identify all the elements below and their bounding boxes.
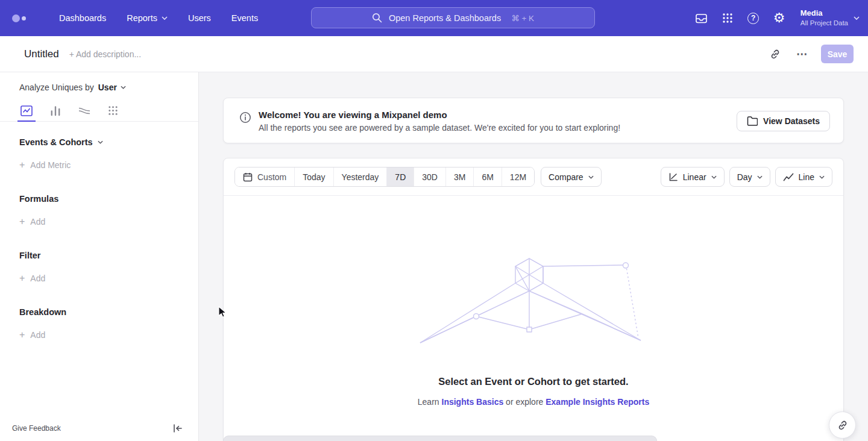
flow-sankey-icon <box>78 105 90 116</box>
kite-wireframe-illustration <box>419 256 648 346</box>
help-glyph: ? <box>751 14 755 22</box>
nav-events[interactable]: Events <box>231 13 258 23</box>
global-search[interactable]: Open Reports & Dashboards ⌘ + K <box>311 7 595 28</box>
chevron-down-icon <box>121 86 126 89</box>
inbox-icon[interactable] <box>694 11 709 25</box>
compare-label: Compare <box>549 172 583 182</box>
tab-bar-chart[interactable] <box>49 100 62 121</box>
chevron-down-icon <box>854 16 860 20</box>
range-12m-button[interactable]: 12M <box>502 167 534 186</box>
chart-type-dropdown[interactable]: Line <box>775 167 832 187</box>
search-placeholder: Open Reports & Dashboards <box>389 13 501 23</box>
analyze-uniques-row: Analyze Uniques by User <box>19 83 198 92</box>
visualization-tabs <box>0 100 198 122</box>
report-title-bar: Untitled + Add description... ⋯ Save <box>0 36 868 72</box>
copy-link-icon[interactable] <box>767 46 784 63</box>
tab-metrics-grid[interactable] <box>107 100 119 121</box>
analyze-value-dropdown[interactable]: User <box>98 83 126 92</box>
range-6m-button[interactable]: 6M <box>473 167 501 186</box>
banner-body: All the reports you see are powered by a… <box>259 123 620 133</box>
chevron-down-icon <box>819 175 825 179</box>
plus-icon: + <box>19 330 25 340</box>
example-reports-link[interactable]: Example Insights Reports <box>546 397 649 407</box>
add-filter-button[interactable]: + Add <box>19 274 198 283</box>
range-custom-label: Custom <box>257 172 286 182</box>
line-type-icon <box>783 173 794 181</box>
project-scope: All Project Data <box>800 19 848 28</box>
add-breakdown-label: Add <box>30 330 45 340</box>
project-switcher[interactable]: Media All Project Data <box>800 8 860 28</box>
chevron-down-icon <box>98 140 103 144</box>
info-icon <box>239 111 251 143</box>
nav-reports[interactable]: Reports <box>127 13 168 23</box>
banner-text: Welcome! You are viewing a Mixpanel demo… <box>259 110 620 143</box>
line-chart-icon <box>20 105 33 116</box>
logo-dot-small <box>22 16 26 20</box>
range-custom-button[interactable]: Custom <box>235 167 294 186</box>
search-shortcut: ⌘ + K <box>511 13 534 23</box>
ellipsis-glyph: ⋯ <box>796 48 808 60</box>
dots-grid-icon <box>108 105 118 116</box>
add-metric-label: Add Metric <box>30 160 71 170</box>
share-link-fab[interactable] <box>829 411 856 439</box>
calendar-icon <box>243 172 253 182</box>
interval-label: Day <box>737 172 752 182</box>
mixpanel-logo[interactable] <box>12 14 37 22</box>
chevron-down-icon <box>588 175 594 179</box>
help-icon[interactable]: ? <box>746 11 761 25</box>
add-formula-label: Add <box>30 217 45 227</box>
interval-dropdown[interactable]: Day <box>729 167 770 187</box>
bottom-panel-peek[interactable] <box>223 436 657 441</box>
collapse-sidebar-button[interactable] <box>173 424 183 433</box>
add-metric-button[interactable]: + Add Metric <box>19 160 198 170</box>
give-feedback-link[interactable]: Give Feedback <box>12 424 61 433</box>
filter-header: Filter <box>19 251 198 260</box>
compare-button[interactable]: Compare <box>541 167 602 187</box>
query-builder-sidebar: Analyze Uniques by User Events & Cohorts… <box>0 72 199 441</box>
title-bar-actions: ⋯ Save <box>767 45 854 63</box>
insights-basics-link[interactable]: Insights Basics <box>442 397 504 407</box>
range-3m-button[interactable]: 3M <box>445 167 473 186</box>
demo-welcome-banner: Welcome! You are viewing a Mixpanel demo… <box>223 98 844 143</box>
project-name: Media <box>800 8 848 19</box>
logo-dot-large <box>12 14 20 22</box>
report-title[interactable]: Untitled <box>24 48 59 60</box>
empty-state-title: Select an Event or Cohort to get started… <box>438 376 628 387</box>
add-description-field[interactable]: + Add description... <box>69 49 141 59</box>
date-range-segmented-control: Custom Today Yesterday 7D 30D 3M 6M 12M <box>234 167 535 187</box>
add-formula-button[interactable]: + Add <box>19 217 198 227</box>
nav-users[interactable]: Users <box>188 13 211 23</box>
collapse-left-icon <box>173 424 183 433</box>
chevron-down-icon <box>711 175 717 179</box>
empty-state-subtitle: Learn Insights Basics or explore Example… <box>418 397 649 407</box>
apps-grid-icon[interactable] <box>720 11 735 25</box>
save-button[interactable]: Save <box>821 45 854 63</box>
nav-dashboards[interactable]: Dashboards <box>59 13 106 23</box>
more-options-icon[interactable]: ⋯ <box>794 46 811 63</box>
chart-type-label: Line <box>799 172 814 182</box>
range-yesterday-button[interactable]: Yesterday <box>333 167 387 186</box>
plus-icon: + <box>19 160 25 170</box>
settings-gear-icon[interactable]: ⚙ <box>772 11 787 25</box>
navbar-right: ? ⚙ Media All Project Data <box>694 0 860 36</box>
analyze-value-label: User <box>98 83 117 92</box>
view-datasets-button[interactable]: View Datasets <box>737 111 830 131</box>
range-7d-button[interactable]: 7D <box>386 167 414 186</box>
scale-dropdown[interactable]: Linear <box>661 167 725 187</box>
chart-display-controls: Linear Day Line <box>661 167 832 187</box>
insights-report-card: Custom Today Yesterday 7D 30D 3M 6M 12M … <box>223 158 844 441</box>
tab-line-chart[interactable] <box>19 100 34 121</box>
add-breakdown-button[interactable]: + Add <box>19 330 198 340</box>
search-icon <box>372 13 382 23</box>
range-30d-button[interactable]: 30D <box>414 167 445 186</box>
banner-title: Welcome! You are viewing a Mixpanel demo <box>259 110 620 120</box>
events-cohorts-header[interactable]: Events & Cohorts <box>19 137 198 147</box>
primary-nav: Dashboards Reports Users Events <box>59 13 258 23</box>
plus-icon: + <box>19 217 25 227</box>
tab-flow[interactable] <box>77 100 92 121</box>
scale-label: Linear <box>683 172 706 182</box>
gear-glyph: ⚙ <box>773 11 785 25</box>
folder-icon <box>747 116 758 126</box>
formulas-header: Formulas <box>19 194 198 204</box>
range-today-button[interactable]: Today <box>294 167 333 186</box>
